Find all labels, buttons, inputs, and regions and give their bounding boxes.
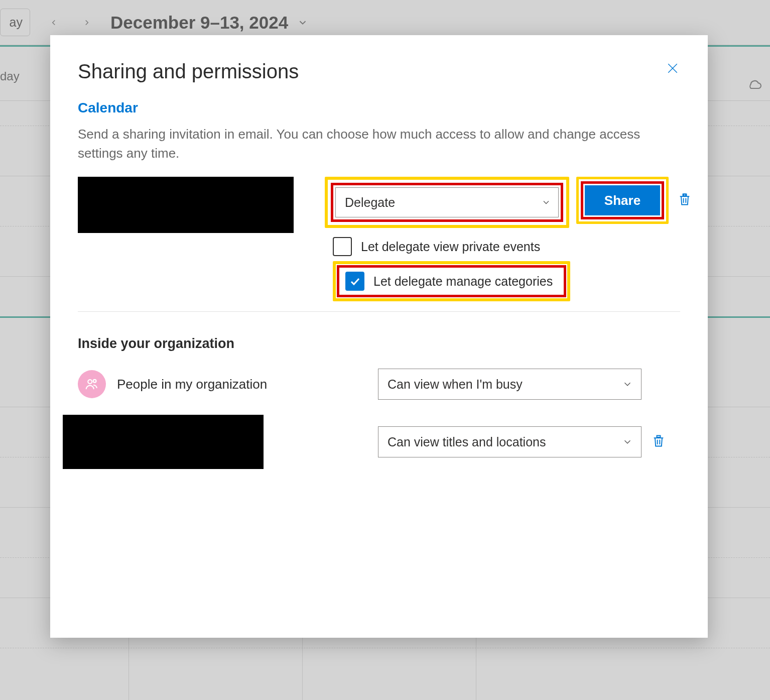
checkbox-manage-categories[interactable]: Let delegate manage categories	[341, 269, 560, 294]
permission-level-value: Delegate	[345, 195, 395, 210]
chevron-down-icon	[622, 436, 633, 447]
delegate-options: Let delegate view private events Let del…	[333, 237, 680, 301]
org-section-heading: Inside your organization	[78, 336, 680, 352]
people-avatar	[78, 370, 106, 398]
modal-title: Sharing and permissions	[78, 60, 680, 83]
check-icon	[349, 275, 361, 287]
sharing-permissions-modal: Sharing and permissions Calendar Send a …	[50, 35, 708, 638]
remove-org-user-button[interactable]	[652, 433, 666, 450]
org-people-permission-value: Can view when I'm busy	[388, 377, 523, 392]
invite-row: Delegate Share	[78, 177, 680, 233]
chevron-down-icon	[622, 379, 633, 390]
highlight-permission-select: Delegate	[325, 177, 569, 228]
close-button[interactable]	[663, 58, 683, 78]
share-button-label: Share	[604, 193, 640, 208]
highlight-manage-categories: Let delegate manage categories	[333, 261, 570, 301]
svg-point-4	[88, 380, 92, 384]
checkbox-view-private[interactable]: Let delegate view private events	[333, 237, 680, 256]
chevron-down-icon	[541, 197, 551, 207]
trash-icon	[652, 433, 666, 448]
invitee-field-redacted[interactable]	[78, 177, 294, 233]
svg-point-5	[93, 380, 96, 383]
org-people-row: People in my organization Can view when …	[78, 369, 680, 400]
org-people-permission-select[interactable]: Can view when I'm busy	[378, 369, 641, 400]
checkbox-label: Let delegate manage categories	[373, 274, 553, 289]
org-user-redacted	[63, 415, 264, 469]
calendar-section-label: Calendar	[78, 100, 680, 116]
org-user-permission-select[interactable]: Can view titles and locations	[378, 426, 641, 457]
org-user-permission-value: Can view titles and locations	[388, 435, 546, 449]
checkbox-box[interactable]	[333, 237, 352, 256]
highlight-share-button-inner: Share	[581, 181, 664, 219]
remove-invitee-button[interactable]	[678, 192, 692, 209]
calendar-section-description: Send a sharing invitation in email. You …	[78, 125, 650, 163]
highlight-manage-categories-inner: Let delegate manage categories	[337, 265, 566, 297]
checkbox-label: Let delegate view private events	[361, 240, 540, 254]
org-user-row: Can view titles and locations	[78, 415, 680, 469]
highlight-permission-select-inner: Delegate	[331, 183, 563, 222]
share-button[interactable]: Share	[585, 185, 660, 215]
highlight-share-button: Share	[576, 177, 669, 224]
close-icon	[665, 61, 680, 76]
section-divider	[78, 311, 680, 312]
permission-level-select[interactable]: Delegate	[335, 187, 559, 217]
checkbox-box[interactable]	[345, 272, 364, 291]
org-people-label: People in my organization	[117, 377, 267, 392]
people-icon	[84, 377, 99, 392]
trash-icon	[678, 192, 692, 207]
